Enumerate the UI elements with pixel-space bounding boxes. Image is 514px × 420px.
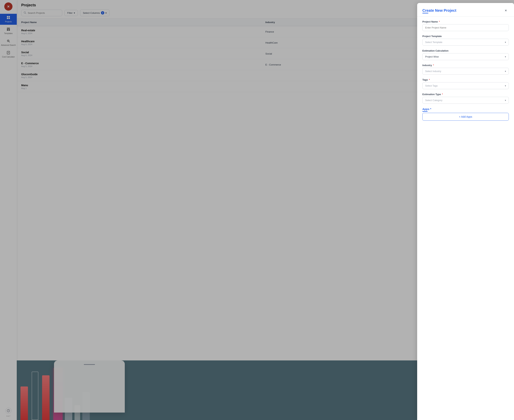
apps-group: Apps * + Add Apps [422,107,509,121]
required-marker-industry: * [432,64,434,67]
estimation-calculation-select[interactable]: Project Wise ▾ [422,53,509,60]
tags-group: Tags * Select Tags ▾ [422,78,509,89]
tags-label: Tags * [422,78,509,81]
modal-title: Create New Project [422,8,456,13]
project-name-input[interactable] [422,24,509,31]
industry-group: Industry * Select Industry ▾ [422,64,509,75]
industry-placeholder: Select Industry [425,70,441,73]
project-template-group: Project Template Select Template ▾ [422,35,509,46]
estimation-type-placeholder: Select Category [425,99,442,102]
estimation-calculation-group: Estimation Calculation Project Wise ▾ [422,49,509,60]
project-template-label: Project Template [422,35,509,38]
required-marker-estimation-type: * [441,93,443,96]
project-template-select[interactable]: Select Template ▾ [422,39,509,46]
estimation-type-chevron-icon: ▾ [505,99,506,102]
required-marker-tags: * [428,78,430,81]
add-apps-button[interactable]: + Add Apps [422,113,509,121]
estimation-type-group: Estimation Type * Select Category ▾ [422,93,509,104]
estimation-chevron-icon: ▾ [505,55,506,58]
estimation-type-label: Estimation Type * [422,93,509,96]
tags-chevron-icon: ▾ [505,84,506,87]
template-chevron-icon: ▾ [505,41,506,44]
project-template-placeholder: Select Template [425,41,442,44]
create-project-modal: Create New Project × Project Name * Proj… [417,3,514,420]
project-name-label: Project Name * [422,20,509,23]
required-marker-name: * [438,20,440,23]
estimation-calculation-label: Estimation Calculation [422,49,509,52]
estimation-calculation-value: Project Wise [425,55,439,58]
modal-close-button[interactable]: × [503,8,509,13]
industry-chevron-icon: ▾ [505,70,506,73]
modal-body: Project Name * Project Template Select T… [417,16,514,124]
industry-label: Industry * [422,64,509,67]
apps-section-title: Apps * [422,107,509,112]
modal-header: Create New Project × [417,3,514,16]
required-marker-apps: * [430,107,431,111]
tags-select[interactable]: Select Tags ▾ [422,82,509,89]
tags-placeholder: Select Tags [425,84,438,87]
project-name-group: Project Name * [422,20,509,31]
estimation-type-select[interactable]: Select Category ▾ [422,97,509,104]
app-container: Projects Templates [0,0,514,420]
industry-select[interactable]: Select Industry ▾ [422,68,509,75]
